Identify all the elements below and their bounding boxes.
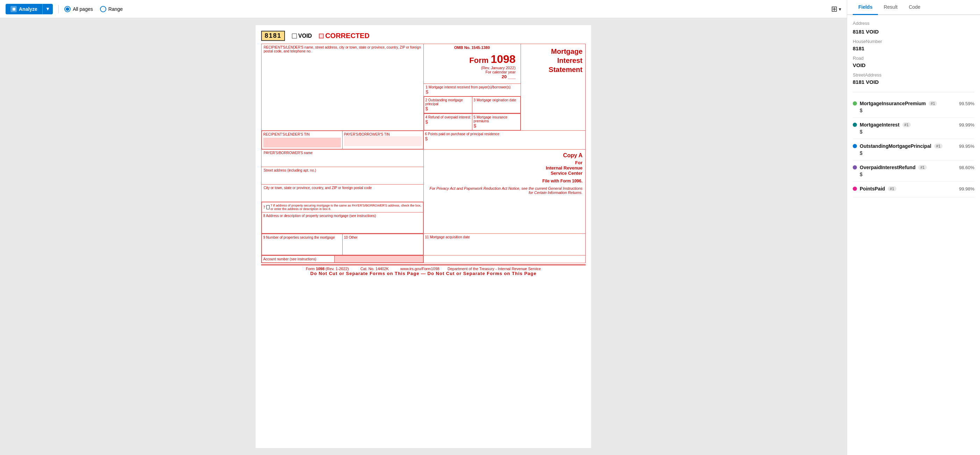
account-label-cell: Account number (see instructions)	[262, 256, 334, 263]
box7-8-table: 7 7 If address of property securing mort…	[261, 202, 423, 233]
tab-fields[interactable]: Fields	[853, 0, 878, 15]
payer-tin-input	[344, 136, 422, 146]
tab-code[interactable]: Code	[903, 0, 926, 15]
layers-button[interactable]: ⊞ ▾	[831, 5, 841, 14]
confidence-outstanding: 99.95%	[959, 144, 974, 149]
form-row-9-10: 9 Number of properties securing the mort…	[261, 234, 585, 255]
value-mortgage-insurance: $	[853, 108, 974, 113]
dot-mortgage-interest	[853, 123, 857, 127]
toolbar: ▦ Analyze ▼ All pages Range ⊞ ▾	[0, 0, 847, 18]
page-selection-group: All pages Range	[64, 6, 123, 12]
void-box: VOID	[292, 33, 312, 39]
footer-warning: Do Not Cut or Separate Forms on This Pag…	[261, 271, 585, 276]
field-name-overpaid: OverpaidInterestRefund	[860, 165, 915, 170]
field-name-mortgage-insurance: MortgageInsurancePremium	[860, 101, 926, 106]
payer-tin-label: PAYER'S/BORROWER'S TIN	[344, 132, 422, 136]
payer-name-cell: PAYER'S/BORROWER'S name	[261, 149, 424, 167]
box8-label: 8 Address or description of property sec…	[263, 214, 422, 218]
dot-overpaid	[853, 165, 857, 170]
field-name-points: PointsPaid	[860, 186, 885, 192]
field-name-row-mortgage-insurance: MortgageInsurancePremium #1	[853, 101, 937, 106]
field-name-mortgage-interest: MortgageInterest	[860, 122, 900, 128]
field-name-outstanding: OutstandingMortgagePrincipal	[860, 143, 931, 149]
analyze-label: Analyze	[19, 6, 37, 12]
tab-result[interactable]: Result	[878, 0, 903, 15]
box4-cell: 4 Refund of overpaid interest $	[424, 114, 472, 130]
copy-a-text: Copy A	[426, 152, 583, 159]
boxes-9-10-cell: 9 Number of properties securing the mort…	[261, 234, 424, 255]
all-pages-radio[interactable]: All pages	[64, 6, 93, 12]
field-item-outstanding-principal: OutstandingMortgagePrincipal #1 99.95% $	[853, 139, 974, 160]
confidence-mortgage-interest: 99.99%	[959, 122, 974, 128]
payer-name-input	[264, 155, 421, 165]
range-radio-circle	[100, 6, 106, 12]
box3-cell: 3 Mortgage origination date	[472, 97, 520, 113]
city-input	[264, 190, 421, 200]
for-irs-text: For Internal Revenue Service Center	[426, 160, 583, 176]
box6-dollar: $	[425, 136, 584, 141]
layers-icon: ⊞	[831, 5, 837, 14]
road-label: Road	[853, 55, 974, 61]
omb-cell: OMB No. 1545-1380 Form 1098 (Rev. Januar…	[423, 44, 520, 84]
analyze-icon: ▦	[11, 6, 17, 12]
tin-table: RECIPIENT'S/LENDER'S TIN PAYER'S/BORROWE…	[261, 131, 423, 149]
form-row-1: RECIPIENT'S/LENDER'S name, street addres…	[261, 44, 585, 84]
field-item-header-overpaid: OverpaidInterestRefund #1 98.60%	[853, 165, 974, 170]
street-address-value: 8181 VOID	[853, 79, 974, 85]
confidence-mortgage-insurance: 99.59%	[959, 101, 974, 106]
box4-label: 4 Refund of overpaid interest	[425, 115, 471, 119]
box2-dollar: $	[425, 106, 471, 111]
footer-dept: Department of the Treasury - Internal Re…	[447, 266, 541, 271]
void-checkbox[interactable]	[292, 33, 297, 38]
box6-label: 6 Points paid on purchase of principal r…	[425, 132, 584, 136]
street-input	[264, 172, 421, 183]
address-section: Address 8181 VOID HouseNumber 8181 Road …	[853, 21, 974, 85]
account-table: Account number (see instructions)	[261, 255, 423, 263]
right-content: Address 8181 VOID HouseNumber 8181 Road …	[847, 15, 980, 455]
all-pages-label: All pages	[73, 6, 93, 12]
right-tabs: Fields Result Code	[847, 0, 980, 15]
analyze-button[interactable]: ▦ Analyze	[6, 4, 42, 14]
field-item-mortgage-interest: MortgageInterest #1 99.99% $	[853, 118, 974, 139]
form-header: 8181 VOID CORRECTED	[261, 31, 585, 41]
field-items-list: MortgageInsurancePremium #1 99.59% $ Mor…	[853, 97, 974, 197]
analyze-dropdown-button[interactable]: ▼	[42, 4, 53, 14]
field-name-row-mortgage-interest: MortgageInterest #1	[853, 122, 911, 128]
box10-input	[344, 239, 422, 254]
box7-inner-cell: 7 7 If address of property securing mort…	[262, 202, 423, 212]
box1-dollar: $	[426, 89, 519, 95]
recipient-label: RECIPIENT'S/LENDER'S name, street addres…	[264, 46, 421, 53]
form-title: Form 1098	[429, 52, 516, 66]
box5-label: 5 Mortgage insurance premiums	[474, 115, 519, 123]
form-row-account: Account number (see instructions)	[261, 255, 585, 263]
city-label: City or town, state or province, country…	[264, 186, 421, 190]
account-row-cell: Account number (see instructions)	[261, 255, 424, 263]
road-value: VOID	[853, 62, 974, 68]
box8-inner-cell: 8 Address or description of property sec…	[262, 212, 423, 233]
range-radio[interactable]: Range	[100, 6, 123, 12]
range-label: Range	[108, 6, 123, 12]
form-title-cell: Form 1098 (Rev. January 2022) For calend…	[426, 50, 519, 82]
payer-tin-cell: PAYER'S/BORROWER'S TIN	[342, 131, 423, 149]
city-cell: City or town, state or province, country…	[261, 184, 424, 202]
box7-checkbox[interactable]	[266, 205, 270, 209]
corrected-checkbox[interactable]	[319, 33, 324, 38]
dot-points	[853, 187, 857, 191]
box5-cell: 5 Mortgage insurance premiums $	[472, 114, 520, 130]
privacy-notice: For Privacy Act and Paperwork Reduction …	[426, 186, 583, 195]
box5-dollar: $	[474, 123, 519, 128]
badge-overpaid: #1	[918, 165, 926, 170]
box6-cell: 6 Points paid on purchase of principal r…	[423, 131, 585, 149]
analyze-button-group[interactable]: ▦ Analyze ▼	[6, 4, 53, 14]
dot-outstanding	[853, 144, 857, 148]
field-name-row-outstanding: OutstandingMortgagePrincipal #1	[853, 143, 943, 149]
form-row-tin: RECIPIENT'S/LENDER'S TIN PAYER'S/BORROWE…	[261, 131, 585, 149]
footer-url: www.irs.gov/Form1098	[400, 266, 439, 271]
corrected-box: CORRECTED	[319, 32, 369, 40]
box1-label: 1 Mortgage interest received from payer(…	[426, 85, 519, 89]
house-number-label: HouseNumber	[853, 39, 974, 44]
field-item-mortgage-insurance: MortgageInsurancePremium #1 99.59% $	[853, 97, 974, 118]
street-address-label: StreetAddress	[853, 72, 974, 78]
recipient-tin-label: RECIPIENT'S/LENDER'S TIN	[263, 132, 341, 136]
confidence-points: 99.98%	[959, 186, 974, 192]
